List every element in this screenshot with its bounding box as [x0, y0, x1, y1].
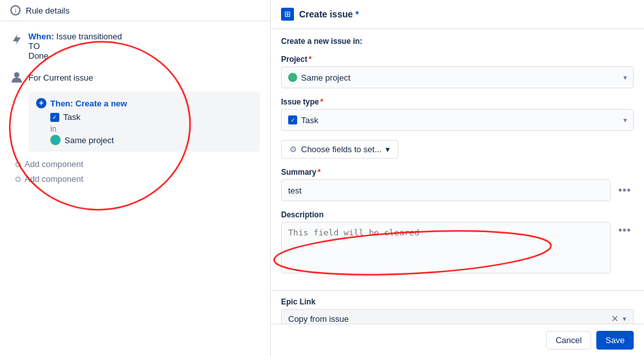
add-component-label-2: Add component: [24, 174, 83, 184]
status-label: Done: [28, 51, 122, 61]
rule-details-bar: i Rule details: [0, 0, 270, 21]
summary-required-star: *: [318, 168, 321, 177]
issue-type-value: Task: [301, 115, 318, 125]
add-component-1[interactable]: Add component: [15, 159, 260, 169]
project-group: Project * Same project ▾: [281, 55, 634, 88]
save-button[interactable]: Save: [596, 331, 634, 350]
cancel-button[interactable]: Cancel: [546, 331, 591, 350]
project-globe-icon: [288, 73, 297, 82]
project-select[interactable]: Same project: [281, 66, 634, 88]
dot-icon-1: [15, 162, 21, 167]
summary-label: Summary *: [281, 168, 634, 177]
create-issue-text: Create issue: [299, 9, 353, 19]
epic-link-dropdown-arrow[interactable]: ▾: [623, 315, 627, 323]
left-panel: i Rule details When: Issue transitioned …: [0, 0, 271, 356]
globe-icon: [50, 135, 61, 145]
then-in: in: [50, 124, 252, 134]
project-select-wrapper[interactable]: Same project ▾: [281, 66, 634, 88]
lightning-icon: [10, 33, 23, 46]
dot-icon-2: [15, 177, 21, 182]
then-task: Task: [50, 112, 252, 122]
svg-point-0: [14, 72, 19, 77]
project-value: Same project: [301, 73, 351, 83]
project-label: Project *: [281, 55, 634, 64]
summary-ellipsis-btn[interactable]: •••: [616, 182, 634, 199]
summary-row: •••: [281, 179, 634, 201]
issue-type-label: Issue type *: [281, 97, 634, 106]
info-icon: i: [10, 5, 21, 15]
choose-fields-button[interactable]: ⚙ Choose fields to set... ▾: [281, 140, 398, 159]
description-group: Description •••: [281, 210, 634, 273]
then-block: + Then: Create a new Task in Same projec…: [28, 92, 260, 152]
trigger-block: When: Issue transitioned TO Done: [10, 32, 260, 61]
right-header: ⊞ Create issue *: [271, 0, 644, 29]
description-label: Description: [281, 210, 634, 219]
project-name: Same project: [64, 135, 114, 145]
task-label: Task: [63, 112, 81, 122]
create-in-group: Create a new issue in:: [281, 37, 634, 46]
clear-icon[interactable]: ✕: [611, 313, 619, 324]
plus-icon: +: [36, 98, 46, 108]
for-current-label: For Current issue: [28, 73, 93, 83]
task-checkbox-icon: [50, 113, 59, 122]
choose-fields-label: Choose fields to set...: [301, 144, 382, 154]
description-ellipsis-btn[interactable]: •••: [616, 222, 634, 239]
add-component-2[interactable]: Add component: [15, 174, 260, 184]
then-project: Same project: [50, 135, 252, 145]
rule-details-label: Rule details: [26, 6, 70, 15]
to-label: TO: [28, 41, 122, 51]
bottom-actions: Cancel Save: [271, 324, 644, 356]
for-current-block: For Current issue: [10, 71, 260, 84]
project-required-star: *: [309, 55, 312, 64]
choose-fields-arrow: ▾: [385, 144, 390, 154]
then-header: + Then: Create a new: [36, 98, 252, 108]
issue-type-required-star: *: [320, 97, 324, 106]
summary-input[interactable]: [281, 179, 610, 201]
description-row: •••: [281, 222, 634, 273]
event-label: Issue transitioned: [56, 32, 122, 41]
form-section: Create a new issue in: Project * Same pr…: [271, 29, 644, 290]
issue-type-select[interactable]: Task: [281, 109, 634, 131]
trigger-row: When: Issue transitioned TO Done: [10, 32, 260, 61]
epic-link-label: Epic Link: [281, 297, 634, 306]
epic-link-actions: ✕ ▾: [611, 313, 627, 324]
issue-type-group: Issue type * Task ▾: [281, 97, 634, 131]
asterisk: *: [355, 9, 358, 19]
summary-group: Summary * •••: [281, 168, 634, 201]
epic-link-value: Copy from issue: [288, 314, 611, 324]
create-in-label: Create a new issue in:: [281, 37, 634, 46]
left-content: When: Issue transitioned TO Done For Cur…: [0, 21, 270, 199]
trigger-text: When: Issue transitioned TO Done: [28, 32, 122, 61]
gear-icon: ⚙: [289, 144, 297, 154]
issue-type-select-wrapper[interactable]: Task ▾: [281, 109, 634, 131]
expand-icon: ⊞: [281, 8, 294, 21]
create-issue-title: Create issue *: [299, 9, 359, 19]
person-icon: [10, 71, 23, 84]
right-panel: ⊞ Create issue * Create a new issue in: …: [271, 0, 644, 356]
add-component-label-1: Add component: [24, 159, 83, 169]
then-label: Then: Create a new: [50, 99, 127, 108]
description-textarea[interactable]: [281, 222, 610, 273]
when-label: When:: [28, 32, 54, 41]
task-type-icon: [288, 115, 297, 124]
